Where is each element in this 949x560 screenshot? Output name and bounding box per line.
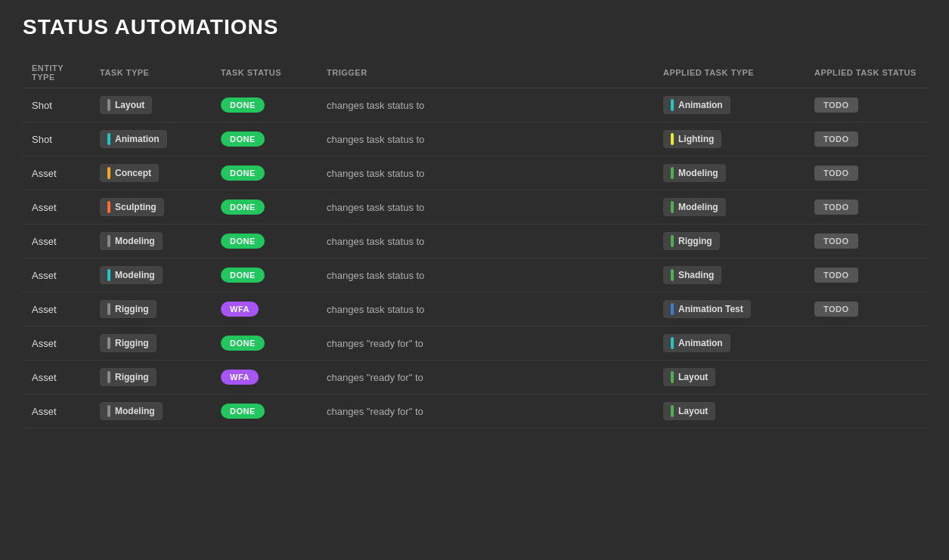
applied-task-type-label: Modeling bbox=[678, 202, 718, 212]
trigger-cell: changes task status to bbox=[318, 122, 654, 156]
applied-task-type-cell: Layout bbox=[654, 394, 805, 429]
entity-type-cell: Asset bbox=[23, 326, 91, 360]
applied-task-status-badge: TODO bbox=[814, 131, 858, 147]
task-status-cell: DONE bbox=[212, 156, 318, 190]
applied-task-status-cell: TODO bbox=[805, 190, 926, 224]
task-status-cell: DONE bbox=[212, 190, 318, 224]
task-type-label: Rigging bbox=[115, 304, 149, 314]
applied-task-type-color-bar bbox=[671, 371, 674, 383]
applied-task-type-color-bar bbox=[671, 235, 674, 247]
task-type-badge: Sculpting bbox=[100, 198, 164, 216]
task-status-badge: DONE bbox=[221, 131, 265, 147]
applied-task-type-label: Animation Test bbox=[678, 304, 743, 314]
entity-type-cell: Asset bbox=[23, 190, 91, 224]
applied-task-type-badge: Modeling bbox=[663, 164, 726, 182]
task-type-label: Modeling bbox=[115, 236, 155, 246]
applied-task-type-label: Layout bbox=[678, 406, 708, 416]
task-type-color-bar bbox=[107, 99, 110, 111]
trigger-cell: changes "ready for" to bbox=[318, 360, 654, 394]
applied-task-type-color-bar bbox=[671, 99, 674, 111]
task-status-badge: DONE bbox=[221, 200, 265, 215]
task-status-cell: WFA bbox=[212, 292, 318, 326]
task-type-color-bar bbox=[107, 201, 110, 213]
table-row: AssetRiggingWFAchanges task status toAni… bbox=[23, 292, 926, 326]
task-type-badge: Rigging bbox=[100, 368, 157, 386]
task-status-cell: DONE bbox=[212, 394, 318, 429]
applied-task-status-cell: TODO bbox=[805, 88, 926, 122]
applied-task-type-badge: Layout bbox=[663, 402, 715, 420]
applied-task-status-cell: TODO bbox=[805, 224, 926, 258]
task-type-label: Sculpting bbox=[115, 202, 157, 212]
task-type-cell: Concept bbox=[91, 156, 212, 190]
col-trigger: TRIGGER bbox=[318, 57, 654, 88]
task-type-badge: Modeling bbox=[100, 266, 163, 284]
task-type-badge: Rigging bbox=[100, 300, 157, 318]
applied-task-status-cell: TODO bbox=[805, 122, 926, 156]
entity-type-cell: Asset bbox=[23, 224, 91, 258]
task-type-cell: Modeling bbox=[91, 224, 212, 258]
applied-task-type-label: Animation bbox=[678, 338, 723, 348]
table-row: ShotLayoutDONEchanges task status toAnim… bbox=[23, 88, 926, 122]
trigger-cell: changes "ready for" to bbox=[318, 394, 654, 429]
table-row: AssetSculptingDONEchanges task status to… bbox=[23, 190, 926, 224]
task-status-badge: DONE bbox=[221, 336, 265, 351]
applied-task-type-color-bar bbox=[671, 201, 674, 213]
applied-task-status-cell: TODO bbox=[805, 292, 926, 326]
entity-type-cell: Asset bbox=[23, 292, 91, 326]
entity-type-cell: Asset bbox=[23, 394, 91, 429]
task-type-color-bar bbox=[107, 371, 110, 383]
entity-type-cell: Asset bbox=[23, 258, 91, 292]
task-type-label: Concept bbox=[115, 168, 151, 178]
task-type-cell: Rigging bbox=[91, 360, 212, 394]
task-status-cell: DONE bbox=[212, 122, 318, 156]
page-title: STATUS AUTOMATIONS bbox=[23, 15, 926, 39]
table-row: ShotAnimationDONEchanges task status toL… bbox=[23, 122, 926, 156]
entity-type-cell: Shot bbox=[23, 122, 91, 156]
applied-task-status-badge: TODO bbox=[814, 234, 858, 249]
automations-table: Entity Type TASK TYPE TASK STATUS TRIGGE… bbox=[23, 57, 926, 429]
applied-task-type-color-bar bbox=[671, 303, 674, 315]
applied-task-status-cell bbox=[805, 360, 926, 394]
task-type-badge: Modeling bbox=[100, 402, 163, 420]
table-row: AssetModelingDONEchanges "ready for" toL… bbox=[23, 394, 926, 429]
task-type-color-bar bbox=[107, 337, 110, 349]
col-task-type: TASK TYPE bbox=[91, 57, 212, 88]
applied-task-status-badge: TODO bbox=[814, 166, 858, 181]
task-status-cell: WFA bbox=[212, 360, 318, 394]
task-type-label: Rigging bbox=[115, 338, 149, 348]
applied-task-type-label: Lighting bbox=[678, 134, 714, 144]
applied-task-type-label: Shading bbox=[678, 270, 714, 280]
task-type-badge: Layout bbox=[100, 96, 152, 114]
task-status-badge: DONE bbox=[221, 97, 265, 113]
applied-task-type-cell: Layout bbox=[654, 360, 805, 394]
applied-task-type-cell: Animation bbox=[654, 88, 805, 122]
task-type-badge: Animation bbox=[100, 130, 167, 148]
col-task-status: TASK STATUS bbox=[212, 57, 318, 88]
applied-task-type-cell: Lighting bbox=[654, 122, 805, 156]
applied-task-status-badge: TODO bbox=[814, 97, 858, 113]
table-header-row: Entity Type TASK TYPE TASK STATUS TRIGGE… bbox=[23, 57, 926, 88]
task-status-badge: DONE bbox=[221, 234, 265, 249]
applied-task-type-color-bar bbox=[671, 405, 674, 417]
applied-task-type-color-bar bbox=[671, 269, 674, 281]
task-type-label: Layout bbox=[115, 100, 144, 110]
task-type-label: Animation bbox=[115, 134, 160, 144]
applied-task-status-cell: TODO bbox=[805, 258, 926, 292]
task-type-badge: Modeling bbox=[100, 232, 163, 250]
task-status-cell: DONE bbox=[212, 258, 318, 292]
task-type-color-bar bbox=[107, 269, 110, 281]
task-status-badge: WFA bbox=[221, 370, 259, 385]
applied-task-type-color-bar bbox=[671, 133, 674, 145]
applied-task-type-cell: Rigging bbox=[654, 224, 805, 258]
applied-task-status-cell bbox=[805, 326, 926, 360]
applied-task-status-badge: TODO bbox=[814, 200, 858, 215]
applied-task-type-badge: Modeling bbox=[663, 198, 726, 216]
applied-task-type-label: Animation bbox=[678, 100, 723, 110]
applied-task-status-badge: TODO bbox=[814, 302, 858, 317]
trigger-cell: changes task status to bbox=[318, 190, 654, 224]
applied-task-type-badge: Shading bbox=[663, 266, 721, 284]
task-type-color-bar bbox=[107, 133, 110, 145]
table-row: AssetConceptDONEchanges task status toMo… bbox=[23, 156, 926, 190]
task-type-color-bar bbox=[107, 303, 110, 315]
applied-task-type-cell: Animation bbox=[654, 326, 805, 360]
